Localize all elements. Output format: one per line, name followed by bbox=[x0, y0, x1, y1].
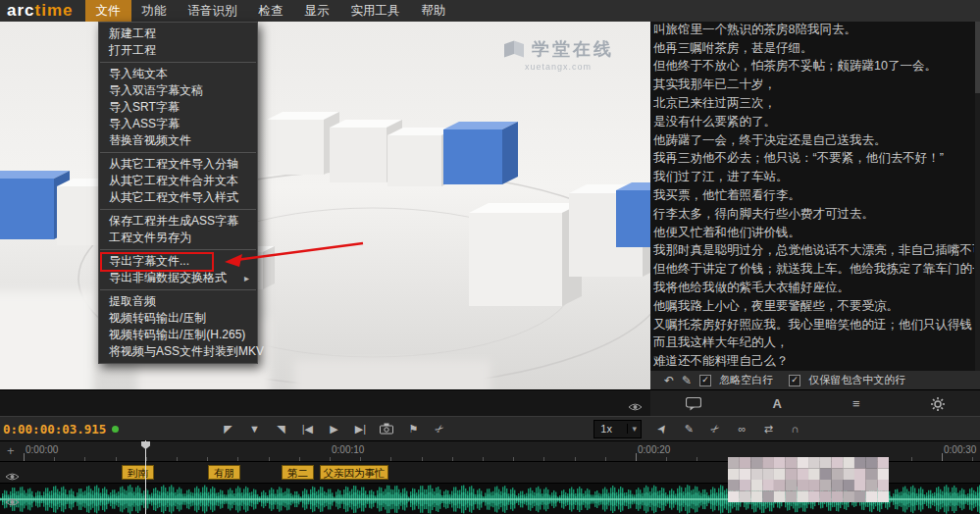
subtitle-clip[interactable]: 父亲因为事忙 bbox=[320, 465, 388, 480]
subtitle-line[interactable]: 其实我那年已二十岁， bbox=[650, 76, 974, 94]
subtitle-line[interactable]: 他踌躇了一会，终于决定还是自己送我去。 bbox=[650, 131, 974, 150]
subtitle-line[interactable]: 叫旅馆里一个熟识的茶房8陪我同去。 bbox=[650, 21, 974, 39]
subtitle-track-eye-icon[interactable] bbox=[5, 468, 20, 486]
subtitle-line[interactable]: 我们过了江，进了车站。 bbox=[650, 168, 974, 186]
ruler-label: 0:00:00 bbox=[26, 444, 58, 455]
prev-sub-icon[interactable]: |◀ bbox=[300, 422, 314, 436]
font-icon[interactable]: A bbox=[772, 396, 781, 411]
file-menu-item[interactable]: 将视频与ASS文件封装到MKV bbox=[99, 343, 257, 360]
subtitle-clip[interactable]: 有朋 bbox=[208, 465, 240, 480]
file-menu-item[interactable]: 视频转码输出/压制 bbox=[99, 310, 257, 327]
menu-item-4[interactable]: 显示 bbox=[294, 0, 340, 22]
link-icon[interactable]: ∞ bbox=[735, 422, 748, 436]
subtitle-line[interactable]: 北京已来往过两三次， bbox=[650, 94, 974, 113]
quick-edit-icon[interactable]: ✎ bbox=[682, 422, 696, 436]
subtitle-line[interactable]: 他便又忙着和他们讲价钱。 bbox=[650, 224, 974, 242]
file-menu-item[interactable]: 从其它工程文件导入分轴 bbox=[99, 156, 257, 173]
file-menu-item[interactable]: 保存工程并生成ASS字幕 bbox=[99, 213, 257, 230]
subtitle-line[interactable]: 难道还不能料理自己么？ bbox=[650, 352, 974, 371]
speed-dropdown[interactable]: 1x ▾ bbox=[593, 420, 642, 438]
menubar: arctime 文件功能语音识别检查显示实用工具帮助 bbox=[0, 0, 980, 22]
speed-value: 1x bbox=[594, 423, 627, 435]
logo-arc: arc bbox=[7, 1, 35, 20]
file-menu-item[interactable]: 视频转码输出/压制(H.265) bbox=[99, 327, 257, 343]
subtitle-line[interactable]: 我将他给我做的紫毛大衣辅好座位。 bbox=[650, 279, 974, 297]
menu-item-2[interactable]: 语音识别 bbox=[178, 0, 248, 22]
settings-icon[interactable] bbox=[931, 397, 945, 411]
file-menu-item[interactable]: 打开工程 bbox=[99, 42, 257, 59]
playhead-marker-icon[interactable]: ▼ bbox=[247, 422, 261, 436]
file-menu-item[interactable]: 导入ASS字幕 bbox=[99, 116, 257, 132]
camera-icon[interactable] bbox=[380, 423, 393, 435]
timecode: 0:00:00:03.915 bbox=[0, 422, 106, 437]
subtitle-line[interactable]: 他再三嘱咐茶房，甚是仔细。 bbox=[650, 39, 974, 58]
menu-item-1[interactable]: 功能 bbox=[131, 0, 178, 22]
subtitle-line[interactable]: 是没有什么要紧的了。 bbox=[650, 113, 974, 131]
razor-icon[interactable]: ✂ bbox=[430, 419, 449, 438]
marker-out-icon[interactable]: ◥ bbox=[274, 422, 287, 436]
select-tool-icon[interactable]: ➤ bbox=[653, 419, 672, 437]
swap-icon[interactable]: ⇄ bbox=[761, 422, 775, 436]
undo-icon[interactable]: ↶ bbox=[664, 375, 674, 386]
panel-toolbar: ↶ ✎ ✓ 忽略空白行 ✓ 仅保留包含中文的行 bbox=[650, 371, 980, 389]
watermark: 学堂在线 xuetangx.com bbox=[502, 37, 614, 72]
file-menu-item[interactable]: 替换音视频文件 bbox=[99, 132, 257, 149]
menu-item-6[interactable]: 帮助 bbox=[411, 0, 457, 22]
subtitle-line[interactable]: 我那时真是聪明过分，总觉他说话不大漂亮，非自己插嘴不可 bbox=[650, 241, 974, 260]
magnet-icon[interactable]: ∩ bbox=[788, 422, 801, 436]
menu-separator bbox=[100, 152, 256, 153]
menu-item-0[interactable]: 文件 bbox=[85, 0, 131, 22]
pencil-icon[interactable]: ✎ bbox=[682, 375, 692, 386]
chevron-down-icon: ▾ bbox=[627, 424, 641, 434]
file-menu-item[interactable]: 从其它工程文件导入样式 bbox=[99, 189, 257, 206]
bookmark-icon[interactable]: ⚑ bbox=[406, 422, 420, 436]
logo-time: time bbox=[35, 1, 74, 20]
comment-icon[interactable] bbox=[686, 397, 701, 411]
keep-chinese-only-checkbox[interactable]: ✓ bbox=[789, 375, 800, 386]
subtitle-clip[interactable]: 到南 bbox=[122, 465, 154, 480]
marker-in-icon[interactable]: ◤ bbox=[221, 422, 234, 436]
subtitle-line[interactable]: 但他终于不放心，怕茶房不妥帖；颇踌躇10了一会。 bbox=[650, 57, 974, 76]
menu-item-5[interactable]: 实用工具 bbox=[340, 0, 411, 22]
subtitle-line[interactable]: 行李太多，得向脚夫行些小费才可过去。 bbox=[650, 205, 974, 224]
scrollbar[interactable] bbox=[975, 0, 980, 371]
menu-separator bbox=[100, 289, 256, 290]
edit-tools: ➤✎✂∞⇄∩ bbox=[655, 422, 801, 436]
red-annotation-arrow bbox=[221, 235, 368, 275]
ignore-blank-lines-checkbox[interactable]: ✓ bbox=[699, 375, 711, 386]
list-icon[interactable]: ≡ bbox=[852, 396, 860, 411]
scissors-icon[interactable]: ✂ bbox=[705, 419, 725, 438]
watermark-text: 学堂在线 bbox=[532, 37, 614, 61]
subtitle-line[interactable]: 他嘱我路上小心，夜里要警醒些，不要受凉。 bbox=[650, 297, 974, 316]
menu-items: 文件功能语音识别检查显示实用工具帮助 bbox=[85, 0, 457, 22]
file-menu-item[interactable]: 新建工程 bbox=[99, 26, 257, 42]
playhead[interactable] bbox=[145, 440, 146, 514]
subtitle-line[interactable]: 我再三劝他不必去；他只说：“不要紧，他们去不好！” bbox=[650, 149, 974, 168]
file-menu-item[interactable]: 从其它工程文件合并文本 bbox=[99, 173, 257, 189]
subtitle-line[interactable]: 又嘱托茶房好好照应我。我心里暗笑他的迂；他们只认得钱 bbox=[650, 316, 974, 334]
subtitle-clip[interactable]: 第二 bbox=[282, 465, 314, 480]
add-icon[interactable]: + bbox=[7, 443, 15, 458]
file-menu-item[interactable]: 导入双语字幕文稿 bbox=[99, 82, 257, 99]
panel-tab-bar: A≡ bbox=[650, 389, 980, 417]
playback-controls: ◤▼◥|◀▶▶|⚑✂ bbox=[221, 422, 446, 436]
ruler-tick bbox=[942, 453, 943, 461]
play-icon[interactable]: ▶ bbox=[327, 422, 340, 436]
file-menu-item[interactable]: 导入SRT字幕 bbox=[99, 99, 257, 116]
arctime-app: arctime 文件功能语音识别检查显示实用工具帮助 bbox=[0, 0, 980, 514]
file-menu-item[interactable]: 导入纯文本 bbox=[99, 66, 257, 82]
ruler-tick bbox=[636, 453, 637, 461]
watermark-url: xuetangx.com bbox=[502, 62, 614, 72]
menu-separator bbox=[100, 209, 256, 210]
subtitle-line[interactable]: 我买票，他忙着照看行李。 bbox=[650, 186, 974, 205]
video-bottom-strip bbox=[0, 389, 650, 417]
subtitle-visibility-eye-icon[interactable] bbox=[628, 398, 643, 416]
audio-track-eye-icon[interactable] bbox=[5, 493, 20, 511]
keep-chinese-only-label: 仅保留包含中文的行 bbox=[808, 373, 905, 387]
ruler-label: 0:00:10 bbox=[332, 444, 364, 455]
subtitle-line[interactable]: 而且我这样大年纪的人， bbox=[650, 334, 974, 352]
menu-item-3[interactable]: 检查 bbox=[248, 0, 294, 22]
next-sub-icon[interactable]: ▶| bbox=[353, 422, 367, 436]
subtitle-line[interactable]: 但他终于讲定了价钱；就送我上车。他给我拣定了靠车门的一张 bbox=[650, 260, 974, 279]
file-menu-item[interactable]: 提取音频 bbox=[99, 293, 257, 310]
